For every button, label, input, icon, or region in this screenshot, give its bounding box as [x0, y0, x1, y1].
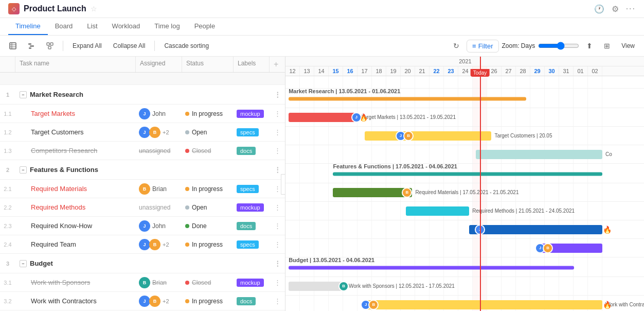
gantt-bar-1.1: Target Markets | 13.05.2021 - 19.05.2021… [289, 113, 359, 122]
status-cell: Closed [182, 145, 234, 157]
toolbar-separator-1 [63, 41, 63, 51]
col-header-add[interactable]: + [270, 57, 285, 72]
gantt-bar-label: Co [476, 151, 612, 157]
assigned-cell [136, 93, 182, 97]
task-name: Target Customers [31, 128, 84, 136]
gantt-day-02: 02 [588, 66, 602, 76]
table-row-group-2: 2 − Features & Functions ⋮ [0, 160, 285, 180]
gantt-day-13: 13 [300, 66, 314, 76]
cascade-sorting-button[interactable]: Cascade sorting [160, 40, 213, 51]
label-badge: specs [237, 185, 259, 193]
assigned-name: Brian [152, 279, 167, 286]
col-header-num [0, 57, 15, 72]
menu-cell[interactable]: ⋮ [270, 201, 285, 213]
avatar: J [139, 239, 150, 250]
toolbar-separator-2 [154, 41, 155, 51]
task-name: Work with Sponsors [31, 279, 90, 286]
menu-cell[interactable]: ⋮ [270, 145, 285, 157]
label-badge: docs [237, 297, 256, 305]
status-dot [185, 243, 189, 247]
status-text: In progress [192, 241, 223, 248]
toolbar: Expand All Collapse All Cascade sorting … [0, 36, 644, 57]
history-icon[interactable]: 🕐 [594, 4, 604, 14]
task-name: Budget [30, 260, 53, 267]
row-num: 3 [0, 258, 15, 269]
gantt-bar-1.2: Target Customers | 20.05 [365, 131, 491, 141]
menu-cell[interactable]: ⋮ [270, 220, 285, 232]
task-name-cell: Work with Contractors [15, 295, 136, 307]
row-num: 3.2 [0, 296, 15, 306]
svg-rect-5 [30, 45, 34, 47]
menu-cell[interactable]: ⋮ [270, 126, 285, 138]
task-name-cell: Target Markets [15, 108, 136, 119]
gantt-row-2.4: JB [285, 239, 644, 257]
zoom-slider[interactable] [538, 42, 579, 50]
columns-icon[interactable]: ⊞ [600, 39, 614, 53]
gantt-row-1.3: Co [285, 145, 644, 164]
gantt-bar-label: Required Methods | 21.05.2021 - 24.05.20… [406, 208, 575, 214]
settings-icon[interactable]: ⚙ [612, 4, 619, 14]
view-toggle-btn-3[interactable] [42, 40, 58, 51]
menu-cell[interactable]: ⋮ [270, 108, 285, 119]
export-icon[interactable]: ⬆ [582, 39, 597, 53]
view-toggle-btn-2[interactable] [24, 40, 39, 51]
label-badge: specs [237, 240, 259, 249]
status-cell: In progress [182, 296, 234, 307]
menu-cell[interactable]: ⋮ [270, 295, 285, 307]
gantt-bar-2.3: 🔥 [469, 225, 602, 234]
menu-cell[interactable]: ⋮ [270, 89, 285, 100]
status-dot [185, 130, 189, 134]
tab-timeline[interactable]: Timeline [8, 18, 48, 35]
menu-cell[interactable]: ⋮ [270, 238, 285, 250]
favorite-icon[interactable]: ☆ [91, 5, 97, 13]
task-name-cell: − Budget [15, 257, 136, 269]
row-num: 2.1 [0, 184, 15, 194]
status-cell [182, 93, 234, 97]
gantt-day-20: 20 [401, 66, 415, 76]
gantt-row-1.2: Target Customers | 20.05JB [285, 127, 644, 145]
assigned-cell: J John [136, 218, 182, 234]
avatar: B [149, 239, 160, 250]
tab-board[interactable]: Board [48, 18, 80, 35]
label-cell [234, 168, 270, 172]
task-name: Work with Contractors [31, 297, 97, 305]
expand-icon[interactable]: − [20, 91, 27, 98]
gantt-row-3.1: Work with Sponsors | 12.05.2021 - 17.05.… [285, 277, 644, 296]
svg-rect-8 [50, 43, 53, 45]
gantt-day-28: 28 [516, 66, 530, 76]
menu-cell[interactable]: ⋮ [270, 277, 285, 288]
svg-rect-9 [48, 46, 51, 49]
refresh-icon[interactable]: ↻ [449, 39, 463, 53]
collapse-panel-toggle[interactable]: ‹ [281, 174, 285, 195]
more-icon[interactable]: ··· [626, 4, 636, 13]
status-dot [185, 205, 189, 210]
menu-cell[interactable]: ⋮ [270, 257, 285, 269]
collapse-all-button[interactable]: Collapse All [109, 40, 150, 51]
task-name-cell: − Features & Functions [15, 164, 136, 176]
tab-timelog[interactable]: Time log [147, 18, 187, 35]
label-cell: docs [234, 295, 270, 307]
expand-icon[interactable]: − [20, 166, 27, 174]
view-toggle-btn-1[interactable] [5, 40, 21, 51]
expand-all-button[interactable]: Expand All [68, 40, 106, 51]
view-button[interactable]: View [617, 40, 639, 51]
status-dot [185, 299, 189, 303]
gantt-row-2.3: 🔥J [285, 220, 644, 239]
plus-badge: +2 [163, 241, 169, 248]
filter-button[interactable]: ≡ Filter [467, 40, 498, 53]
filter-icon: ≡ [472, 42, 476, 50]
table-icon [9, 42, 16, 49]
gantt-section: 2021 12131415161718192021222324252627282… [285, 57, 644, 311]
tab-people[interactable]: People [187, 18, 222, 35]
task-name-cell: Required Materials [15, 183, 136, 195]
tab-workload[interactable]: Workload [105, 18, 148, 35]
table-header: Task name Assigned Status Labels + [0, 57, 285, 73]
gantt-rows-container: Today Market Research | 13.05.2021 - 01.… [285, 76, 644, 311]
avatar: B [149, 296, 160, 307]
app-logo: ◇ [8, 3, 20, 14]
gantt-bar-2.1: Required Materials | 17.05.2021 - 21.05.… [333, 188, 412, 197]
expand-icon[interactable]: − [20, 260, 27, 267]
avatar: J [139, 220, 150, 232]
status-cell: Open [182, 202, 234, 213]
tab-list[interactable]: List [80, 18, 104, 35]
